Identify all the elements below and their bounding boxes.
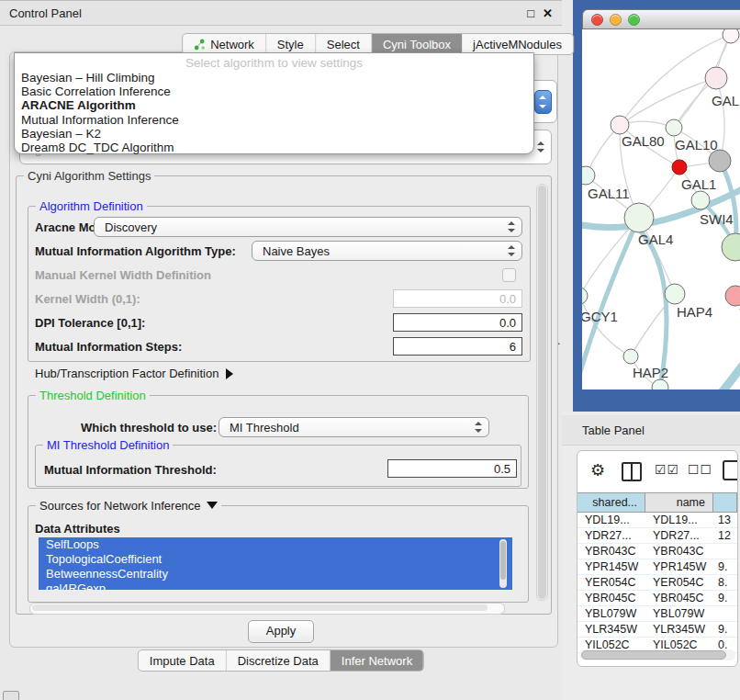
node-gal80-label: GAL80 [622,133,665,149]
settings-vertical-scrollbar[interactable] [536,184,548,601]
column-header[interactable]: name [645,493,713,512]
node-gal4[interactable] [624,203,654,232]
node-gcy1[interactable] [582,288,588,304]
cell-shared-name: YBR043C [577,544,645,559]
attributes-vertical-scrollbar[interactable] [499,539,507,588]
table-horizontal-scrollbar[interactable] [579,649,735,660]
close-traffic-light[interactable] [591,14,603,26]
select-all-checkboxes-icon[interactable]: ☑☑ [655,462,679,477]
combobox-stepper-button[interactable] [534,90,552,114]
scrollbar-thumb[interactable] [538,186,546,599]
hub-definition-toggle[interactable]: Hub/Transcription Factor Definition [35,367,233,380]
cell-name: YER054C [645,575,713,590]
minimize-traffic-light[interactable] [610,14,622,26]
attributes-horizontal-scrollbar[interactable] [29,603,505,615]
spinner-icon [537,141,544,152]
node-gal1[interactable] [672,160,687,175]
dpi-tolerance-field[interactable]: 0.0 [393,313,522,332]
manual-kernel-checkbox[interactable] [502,268,516,282]
tab-discretize-data[interactable]: Discretize Data [227,650,331,671]
aracne-mode-value: Discovery [105,220,157,234]
spinner-icon [508,221,515,232]
network-edge[interactable] [620,78,716,125]
tab-jactivemnodules[interactable]: jActiveMNodules [462,34,573,54]
node-gal-top[interactable] [705,67,727,89]
sources-group-toggle[interactable]: Sources for Network Inference [36,499,221,513]
attribute-item[interactable]: SelfLoops [39,537,512,552]
tab-label: jActiveMNodules [473,38,562,51]
cell-value: 13 [713,513,737,527]
table-row[interactable]: YLR345WYLR345W9. [577,622,737,638]
mi-threshold-field[interactable]: 0.5 [387,459,517,478]
node-gal1-label: GAL1 [681,176,716,192]
table-row[interactable]: YBL079WYBL079W [577,606,737,622]
node-top[interactable] [723,29,739,43]
node-gray[interactable] [709,150,731,172]
column-header[interactable] [713,493,737,512]
scrollbar-thumb[interactable] [581,650,726,660]
tab-select[interactable]: Select [316,34,372,54]
attribute-item[interactable]: TopologicalCoefficient [39,552,512,567]
bottom-tabbar: Impute DataDiscretize DataInfer Network [138,649,424,672]
node-hap4[interactable] [665,284,685,304]
node-big-green[interactable] [722,233,740,261]
column-header[interactable]: shared... [577,493,645,512]
network-icon [194,38,210,51]
algorithm-option[interactable]: Mutual Information Inference [15,113,533,127]
algorithm-option[interactable]: Dream8 DC_TDC Algorithm [15,141,533,154]
dock-icon[interactable] [3,691,19,700]
control-panel-titlebar: Control Panel □ ✕ [0,0,562,26]
zoom-traffic-light[interactable] [628,14,640,26]
network-edge[interactable] [685,356,740,390]
algorithm-option[interactable]: Bayesian – K2 [15,127,533,141]
node-bottom[interactable] [652,379,668,390]
table-header-row: shared...name [577,492,737,513]
tab-style[interactable]: Style [266,34,316,54]
table-row[interactable]: YER054CYER054C8. [577,575,737,591]
node-hap2[interactable] [623,349,638,364]
tab-impute-data[interactable]: Impute Data [139,650,227,671]
tab-label: Discretize Data [238,654,319,668]
cell-shared-name: YER054C [577,575,645,590]
attribute-item[interactable]: gal4RGexp [39,581,512,590]
table-row[interactable]: YBR045CYBR045C9. [577,591,737,606]
table-row[interactable]: YBR043CYBR043C [577,544,737,559]
mi-steps-field[interactable]: 6 [393,337,522,356]
table-options-icon[interactable] [723,460,738,480]
data-attributes-list[interactable]: SelfLoopsTopologicalCoefficientBetweenne… [39,537,512,590]
kernel-width-field[interactable]: 0.0 [393,289,522,308]
algorithm-option[interactable]: Basic Correlation Inference [15,85,533,98]
which-threshold-combobox[interactable]: MI Threshold [219,417,489,437]
scrollbar-thumb[interactable] [500,541,506,580]
close-window-icon[interactable]: ✕ [543,6,553,20]
table-row[interactable]: YPR145WYPR145W9. [577,559,737,575]
table-row[interactable]: YDL19...YDL19...13 [577,513,737,528]
scrollbar-thumb[interactable] [32,604,488,611]
tab-infer-network[interactable]: Infer Network [331,650,423,671]
tab-network[interactable]: Network [183,34,266,54]
column-layout-icon[interactable] [622,462,642,481]
network-canvas[interactable]: GALGAL80GAL10GAL1GAL11SWI4GAL4GCY1HAP4YH… [582,29,740,390]
node-salmon[interactable] [725,286,740,306]
aracne-mode-combobox[interactable]: Discovery [94,217,522,237]
algorithm-option[interactable]: Bayesian – Hill Climbing [15,71,533,85]
gear-icon[interactable]: ⚙ [590,461,605,480]
apply-button[interactable]: Apply [248,620,314,643]
deselect-all-checkboxes-icon[interactable]: ☐☐ [688,462,712,477]
float-window-icon[interactable]: □ [527,6,534,20]
cell-name: YBR043C [645,544,713,559]
node-gal80[interactable] [611,116,629,134]
network-window-titlebar[interactable] [582,9,740,29]
node-gal-top-label: GAL [712,93,739,108]
table-row[interactable]: YDR27...YDR27...12 [577,528,737,544]
node-gal10[interactable] [666,119,682,136]
attribute-item[interactable]: BetweennessCentrality [39,567,512,581]
node-swi4[interactable] [691,191,710,209]
algorithm-option[interactable]: ARACNE Algorithm [15,98,533,112]
mi-threshold-label: Mutual Information Threshold: [44,463,217,477]
control-panel-title: Control Panel [0,6,82,20]
tab-cyni-toolbox[interactable]: Cyni Toolbox [372,34,462,54]
cell-shared-name: YDL19... [577,513,645,527]
algorithm-dropdown-popup: Select algorithm to view settings Bayesi… [14,52,534,154]
mi-type-combobox[interactable]: Naive Bayes [252,241,522,261]
